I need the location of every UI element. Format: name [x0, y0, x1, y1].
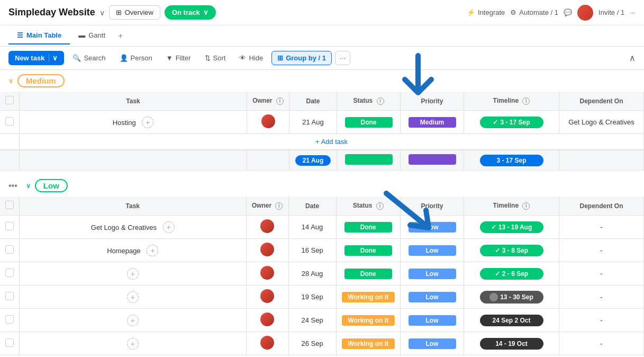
date-value: 24 Sep [301, 316, 323, 324]
add-person-button2[interactable]: + [127, 268, 139, 280]
new-task-button[interactable]: New task ∨ [8, 51, 64, 65]
priority-cell[interactable]: Medium [401, 111, 464, 134]
timeline-badge: 14 - 19 Oct [480, 338, 543, 350]
status-label: On track [172, 8, 200, 16]
invite-button[interactable]: Invite / 1 [598, 8, 624, 16]
select-all-checkbox[interactable] [5, 96, 14, 104]
integrate-button[interactable]: ⚡ Integrate [467, 8, 505, 16]
priority-badge: Low [409, 315, 456, 326]
new-task-dropdown-icon[interactable]: ∨ [49, 54, 58, 62]
timeline-badge: ✓ 2 - 6 Sep [480, 268, 543, 280]
add-person-button3[interactable]: + [127, 291, 139, 303]
status-badge: Done [344, 245, 392, 256]
toolbar-more-button[interactable]: ··· [335, 51, 350, 65]
table-row: + 28 Aug Done Low ✓ 2 - 6 Sep [0, 262, 644, 285]
automate-button[interactable]: ⚙ Automate / 1 [510, 8, 558, 16]
dropdown-arrow-icon: ∨ [203, 8, 208, 16]
owner-avatar[interactable] [260, 266, 274, 280]
priority-badge: Low [409, 245, 456, 256]
low-select-all-checkbox[interactable] [5, 201, 14, 209]
person-icon: 👤 [120, 54, 128, 62]
owner-avatar[interactable] [260, 336, 274, 350]
timeline-cell[interactable]: ✓ 3 - 17 Sep [464, 111, 559, 134]
owner-avatar[interactable] [260, 219, 274, 233]
dots-menu-icon[interactable]: ••• [8, 181, 17, 191]
date-value: 26 Sep [301, 340, 323, 347]
timeline-info-icon[interactable]: i [522, 97, 530, 105]
add-person-button5[interactable]: + [127, 338, 139, 350]
hide-button[interactable]: 👁 Hide [234, 51, 268, 65]
sort-icon: ⇅ [205, 54, 211, 62]
add-person-button[interactable]: + [147, 245, 158, 256]
add-task-label[interactable]: + Add task [20, 134, 644, 150]
owner-info-icon[interactable]: i [276, 97, 284, 105]
hide-icon: 👁 [239, 54, 246, 62]
tab-main-table[interactable]: ☰ Main Table [8, 27, 70, 44]
col-check-header[interactable] [0, 92, 20, 111]
summary-task [20, 150, 247, 171]
row-checkbox[interactable] [5, 315, 14, 324]
filter-button[interactable]: ▼ Filter [161, 51, 196, 65]
row-checkbox[interactable] [5, 292, 14, 300]
row-checkbox-cell[interactable] [0, 111, 20, 134]
add-person-button4[interactable]: + [127, 315, 139, 326]
group-by-button[interactable]: ⊞ Group by / 1 [271, 51, 332, 65]
group-medium-header[interactable]: ∨ Medium [0, 70, 644, 92]
row-checkbox[interactable] [5, 245, 14, 254]
row-checkbox[interactable] [5, 117, 14, 126]
app-header: Simpleday Website ∨ ⊞ Overview On track … [0, 0, 644, 25]
timeline-check-icon: ✓ [491, 224, 496, 231]
overview-button[interactable]: ⊞ Overview [109, 5, 160, 20]
timeline-toggle-icon [489, 293, 498, 301]
group-low-header[interactable]: ••• ∨ Low [0, 175, 644, 197]
table-row: + 26 Sep Working on it Low 14 - 19 Oct - [0, 332, 644, 355]
col-date-header: Date [289, 92, 337, 111]
status-badge: Done [345, 117, 393, 128]
task-name: Get Logo & Creatives [91, 224, 157, 231]
task-name-cell: Hosting + [20, 111, 247, 134]
table-row: + 19 Sep Working on it Low 13 - 30 Sep [0, 285, 644, 309]
summary-row-medium: 21 Aug 3 - 17 Sep [0, 150, 644, 171]
summary-date-badge: 21 Aug [295, 155, 331, 166]
owner-avatar[interactable] [260, 243, 274, 256]
low-timeline-info-icon[interactable]: i [522, 202, 530, 210]
date-value: 19 Sep [301, 293, 323, 301]
summary-priority [401, 150, 464, 171]
sort-button[interactable]: ⇅ Sort [199, 51, 231, 65]
col-dependent-header: Dependent On [559, 92, 644, 111]
row-checkbox[interactable] [5, 269, 14, 277]
owner-avatar[interactable] [260, 289, 274, 303]
dependent-value: - [600, 246, 602, 254]
date-value: 28 Aug [302, 270, 323, 278]
collapse-button[interactable]: ∧ [629, 53, 636, 63]
low-status-info-icon[interactable]: i [376, 202, 384, 210]
chat-button[interactable]: 💬 [564, 8, 572, 16]
row-checkbox[interactable] [5, 222, 14, 230]
add-person-button[interactable]: + [163, 221, 175, 233]
row-checkbox[interactable] [5, 338, 14, 347]
add-task-row[interactable]: + Add task [0, 134, 644, 150]
add-person-button[interactable]: + [142, 117, 153, 128]
status-badge: Working on it [342, 292, 395, 302]
person-button[interactable]: 👤 Person [114, 51, 158, 65]
timeline-badge: 24 Sep 2 Oct [480, 315, 543, 326]
low-col-check-header[interactable] [0, 197, 20, 216]
status-badge: Working on it [342, 338, 395, 349]
gantt-icon: ▬ [78, 31, 85, 39]
owner-avatar[interactable] [261, 114, 275, 128]
add-tab-button[interactable]: + [114, 27, 127, 45]
low-table: Task Owner i Date Status i Priority Time… [0, 197, 644, 356]
search-button[interactable]: 🔍 Search [67, 51, 111, 65]
status-info-icon[interactable]: i [377, 97, 384, 105]
group-icon: ⊞ [277, 54, 283, 62]
summary-timeline: 3 - 17 Sep [464, 150, 559, 171]
low-owner-info-icon[interactable]: i [275, 202, 283, 210]
status-cell[interactable]: Done [337, 111, 401, 134]
on-track-button[interactable]: On track ∨ [165, 5, 216, 20]
title-chevron-icon[interactable]: ∨ [99, 8, 105, 17]
avatar[interactable] [577, 5, 593, 21]
tab-gantt[interactable]: ▬ Gantt [70, 27, 114, 44]
owner-avatar[interactable] [260, 313, 274, 326]
header-more-button[interactable]: ··· [630, 8, 636, 16]
more-icon: ··· [630, 8, 636, 16]
